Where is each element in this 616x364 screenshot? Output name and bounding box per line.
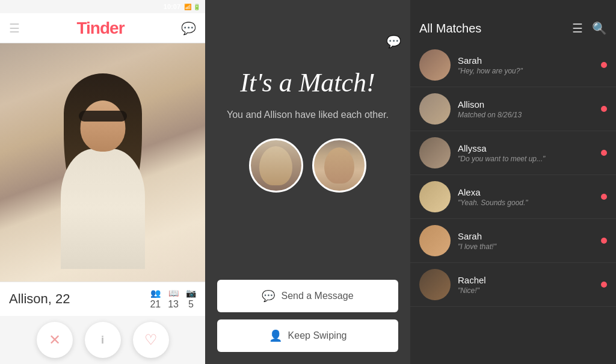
match-list-item[interactable]: Allison Matched on 8/26/13 bbox=[410, 87, 616, 131]
matches-list: Sarah "Hey, how are you?" Allison Matche… bbox=[410, 43, 616, 364]
match-item-preview: "Yeah. Sounds good." bbox=[458, 199, 594, 207]
match-item-info: Sarah "Hey, how are you?" bbox=[458, 55, 594, 75]
send-message-button[interactable]: 💬 Send a Message bbox=[217, 280, 398, 312]
sunglasses bbox=[79, 111, 127, 122]
match-list-item[interactable]: Allyssa "Do you want to meet up..." bbox=[410, 131, 616, 175]
match-subtitle: You and Allison have liked each other. bbox=[227, 110, 389, 120]
profile-image-container: 21 Shared Friends bbox=[0, 43, 205, 282]
keep-swiping-button[interactable]: 👤 Keep Swiping bbox=[217, 319, 398, 352]
stat-photos: 📷 5 bbox=[186, 288, 196, 310]
stat-book-value: 13 bbox=[168, 299, 179, 310]
matches-top-bar: All Matches ☰ 🔍 bbox=[410, 13, 616, 43]
profile-top-bar: ☰ Tinder 💬 bbox=[0, 13, 205, 43]
face-silhouette bbox=[80, 100, 125, 152]
matches-toolbar-icons: ☰ 🔍 bbox=[572, 21, 607, 35]
match-list-item[interactable]: Sarah "Hey, how are you?" bbox=[410, 43, 616, 87]
match-item-info: Rachel "Nice!" bbox=[458, 275, 594, 295]
match-thumbnail bbox=[419, 269, 451, 300]
profile-info-bar: Allison, 22 👥 21 📖 13 📷 5 bbox=[0, 282, 205, 316]
avatar-female bbox=[312, 138, 366, 193]
status-icons-1: 📶 🔋 bbox=[184, 4, 200, 10]
stat-friends-value: 21 bbox=[150, 299, 161, 310]
matches-panel-title: All Matches bbox=[419, 22, 481, 35]
profile-panel: 10:07 📶 🔋 ☰ Tinder 💬 21 Shared Friends bbox=[0, 0, 205, 364]
profile-stats: 👥 21 📖 13 📷 5 bbox=[150, 288, 196, 310]
tinder-logo: Tinder bbox=[76, 19, 124, 38]
match-avatars bbox=[249, 138, 366, 193]
battery-icon-1: 🔋 bbox=[193, 4, 200, 10]
match-title: It's a Match! bbox=[240, 69, 375, 97]
like-button[interactable]: ♡ bbox=[133, 322, 169, 358]
unread-indicator bbox=[601, 194, 607, 200]
search-icon[interactable]: 🔍 bbox=[592, 21, 607, 35]
time-1: 10:07 bbox=[164, 3, 180, 10]
match-item-info: Alexa "Yeah. Sounds good." bbox=[458, 187, 594, 207]
profile-name: Allison, 22 bbox=[9, 291, 141, 307]
match-item-preview: "Hey, how are you?" bbox=[458, 67, 594, 75]
match-list-item[interactable]: Rachel "Nice!" bbox=[410, 263, 616, 307]
match-top-bar: 💬 bbox=[205, 26, 410, 57]
match-panel: 10:07 📶 🔋 💬 It's a Match! You and Alliso… bbox=[205, 0, 410, 364]
stat-friends: 👥 21 bbox=[150, 288, 161, 310]
stat-photos-value: 5 bbox=[188, 299, 194, 310]
signal-icon-1: 📶 bbox=[184, 4, 191, 10]
unread-indicator bbox=[601, 62, 607, 68]
person-icon: 👤 bbox=[269, 329, 282, 342]
message-icon: 💬 bbox=[262, 289, 275, 303]
match-item-name: Sarah bbox=[458, 231, 594, 241]
match-item-preview: "I love that!" bbox=[458, 242, 594, 251]
status-bar-1: 10:07 📶 🔋 bbox=[0, 0, 205, 13]
match-item-name: Rachel bbox=[458, 275, 594, 285]
match-item-preview: "Nice!" bbox=[458, 286, 594, 295]
body-silhouette bbox=[61, 149, 145, 269]
match-item-name: Alexa bbox=[458, 187, 594, 197]
friends-icon: 👥 bbox=[150, 288, 161, 298]
matches-panel: 10:07 📶 🔋 All Matches ☰ 🔍 Sarah "Hey, ho… bbox=[410, 0, 616, 364]
unread-indicator bbox=[601, 150, 607, 156]
dislike-button[interactable]: ✕ bbox=[37, 322, 73, 358]
info-button[interactable]: i bbox=[85, 322, 121, 358]
list-icon[interactable]: ☰ bbox=[572, 21, 583, 35]
match-thumbnail bbox=[419, 93, 451, 125]
unread-indicator bbox=[601, 282, 607, 288]
stat-book: 📖 13 bbox=[168, 288, 179, 310]
match-item-preview: "Do you want to meet up..." bbox=[458, 155, 594, 163]
book-icon: 📖 bbox=[168, 288, 179, 298]
match-thumbnail bbox=[419, 181, 451, 212]
match-item-name: Allyssa bbox=[458, 143, 594, 153]
match-list-item[interactable]: Sarah "I love that!" bbox=[410, 219, 616, 263]
match-item-info: Allison Matched on 8/26/13 bbox=[458, 99, 594, 119]
menu-icon[interactable]: ☰ bbox=[9, 21, 20, 35]
match-item-name: Sarah bbox=[458, 55, 594, 66]
match-item-info: Sarah "I love that!" bbox=[458, 231, 594, 251]
profile-actions: ✕ i ♡ bbox=[0, 316, 205, 364]
match-item-preview: Matched on 8/26/13 bbox=[458, 111, 594, 119]
unread-indicator bbox=[601, 238, 607, 244]
match-actions: 💬 Send a Message 👤 Keep Swiping bbox=[205, 280, 410, 364]
match-chat-icon[interactable]: 💬 bbox=[386, 34, 401, 49]
match-list-item[interactable]: Alexa "Yeah. Sounds good." bbox=[410, 175, 616, 219]
messages-icon[interactable]: 💬 bbox=[181, 21, 196, 35]
match-thumbnail bbox=[419, 225, 451, 256]
unread-indicator bbox=[601, 106, 607, 112]
profile-photo bbox=[0, 43, 205, 282]
match-item-info: Allyssa "Do you want to meet up..." bbox=[458, 143, 594, 163]
match-item-name: Allison bbox=[458, 99, 594, 110]
camera-icon: 📷 bbox=[186, 288, 196, 298]
match-thumbnail bbox=[419, 137, 451, 168]
match-content: It's a Match! You and Allison have liked… bbox=[209, 57, 407, 280]
match-thumbnail bbox=[419, 49, 451, 81]
avatar-male bbox=[249, 138, 303, 193]
